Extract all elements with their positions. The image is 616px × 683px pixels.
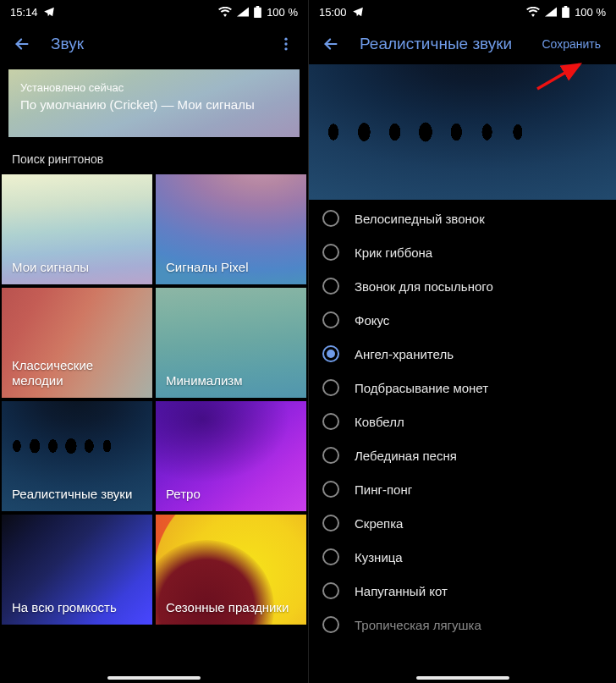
ringtone-name: Лебединая песня (355, 449, 457, 463)
back-button[interactable] (316, 29, 346, 59)
telegram-icon (352, 6, 364, 18)
ringtone-row[interactable]: Кузница (309, 540, 616, 574)
tile-label: Минимализм (156, 365, 253, 398)
status-time: 15:00 (319, 6, 347, 19)
phone-left: 15:14 100 % Зву (0, 0, 308, 683)
battery-percent: 100 % (575, 6, 606, 19)
status-bar: 15:14 100 % (0, 0, 308, 24)
ringtone-row[interactable]: Тропическая лягушка (309, 608, 616, 642)
ringtone-name: Ковбелл (355, 415, 404, 429)
ringtone-row[interactable]: Ковбелл (309, 405, 616, 438)
category-hero (309, 64, 616, 200)
page-title: Реалистичные звуки (360, 35, 520, 53)
radio-icon[interactable] (322, 548, 339, 565)
tile-seasonal[interactable]: Сезонные праздники (156, 515, 306, 625)
status-bar: 15:00 100 % (309, 0, 616, 24)
ringtone-name: Подбрасывание монет (355, 381, 488, 395)
ringtone-name: Фокус (355, 313, 389, 328)
ringtone-row[interactable]: Крик гиббона (309, 235, 616, 269)
telegram-icon (43, 6, 55, 18)
battery-icon (254, 6, 261, 18)
radio-icon[interactable] (322, 244, 339, 261)
nav-handle[interactable] (107, 676, 201, 680)
ringtone-name: Напуганный кот (355, 584, 448, 598)
phone-right: 15:00 100 % Реа (308, 0, 616, 683)
radio-icon[interactable] (322, 210, 339, 227)
ringtone-row[interactable]: Велосипедный звонок (309, 201, 616, 235)
page-title: Звук (51, 35, 257, 53)
radio-icon[interactable] (322, 278, 339, 295)
back-button[interactable] (7, 29, 37, 59)
ringtone-row[interactable]: Напуганный кот (309, 574, 616, 608)
tile-label: Сезонные праздники (156, 592, 299, 625)
section-label: Поиск рингтонов (0, 147, 308, 174)
tile-label: Реалистичные звуки (2, 478, 142, 511)
ringtone-name: Ангел-хранитель (355, 347, 454, 361)
app-bar: Реалистичные звуки Сохранить (309, 24, 616, 64)
tile-pixel-sounds[interactable]: Сигналы Pixel (156, 174, 306, 284)
ringtone-list: Велосипедный звонокКрик гиббонаЗвонок дл… (309, 200, 616, 683)
ringtone-row[interactable]: Скрепка (309, 506, 616, 540)
save-button[interactable]: Сохранить (533, 37, 609, 51)
tile-loud[interactable]: На всю громкость (2, 515, 152, 625)
current-subtitle: Установлено сейчас (20, 81, 288, 94)
ringtone-name: Скрепка (355, 516, 403, 531)
ringtone-row[interactable]: Фокус (309, 303, 616, 337)
tile-label: Мои сигналы (2, 251, 99, 284)
signal-icon (545, 7, 557, 17)
category-grid: Мои сигналы Сигналы Pixel Классические м… (0, 174, 308, 628)
app-bar: Звук (0, 24, 308, 64)
battery-icon (562, 6, 569, 18)
svg-point-0 (284, 38, 287, 41)
radio-icon[interactable] (322, 582, 339, 599)
battery-percent: 100 % (267, 6, 298, 19)
ringtone-name: Крик гиббона (355, 245, 432, 260)
ringtone-name: Кузница (355, 550, 403, 565)
ringtone-row[interactable]: Подбрасывание монет (309, 371, 616, 405)
overflow-menu-button[interactable] (271, 29, 301, 59)
signal-icon (237, 7, 249, 17)
nav-handle[interactable] (416, 676, 509, 680)
tile-realistic[interactable]: Реалистичные звуки (2, 401, 152, 511)
ringtone-name: Звонок для посыльного (355, 279, 493, 294)
tile-minimalism[interactable]: Минимализм (156, 288, 306, 398)
wifi-icon (526, 7, 540, 17)
svg-point-2 (284, 47, 287, 50)
radio-icon[interactable] (322, 413, 339, 430)
ringtone-name: Пинг-понг (355, 482, 412, 497)
tile-retro[interactable]: Ретро (156, 401, 306, 511)
tile-classical[interactable]: Классические мелодии (2, 288, 152, 398)
radio-icon[interactable] (322, 481, 339, 498)
svg-point-1 (284, 42, 287, 45)
ringtone-row[interactable]: Лебединая песня (309, 438, 616, 472)
tile-my-sounds[interactable]: Мои сигналы (2, 174, 152, 284)
radio-icon[interactable] (322, 379, 339, 396)
tile-label: Ретро (156, 478, 211, 511)
radio-icon[interactable] (322, 447, 339, 464)
current-ringtone-card[interactable]: Установлено сейчас По умолчанию (Cricket… (8, 69, 300, 137)
ringtone-row[interactable]: Ангел-хранитель (309, 337, 616, 371)
status-time: 15:14 (10, 6, 38, 19)
tile-label: Сигналы Pixel (156, 251, 259, 284)
ringtone-row[interactable]: Пинг-понг (309, 472, 616, 506)
wifi-icon (218, 7, 232, 17)
tile-label: На всю громкость (2, 592, 127, 625)
ringtone-row[interactable]: Звонок для посыльного (309, 269, 616, 303)
radio-icon[interactable] (322, 345, 339, 362)
ringtone-name: Велосипедный звонок (355, 212, 485, 226)
radio-icon[interactable] (322, 515, 339, 532)
current-title: По умолчанию (Cricket) — Мои сигналы (20, 97, 288, 112)
radio-icon[interactable] (322, 311, 339, 328)
ringtone-name: Тропическая лягушка (355, 618, 481, 632)
tile-label: Классические мелодии (2, 350, 152, 399)
radio-icon[interactable] (322, 616, 339, 633)
